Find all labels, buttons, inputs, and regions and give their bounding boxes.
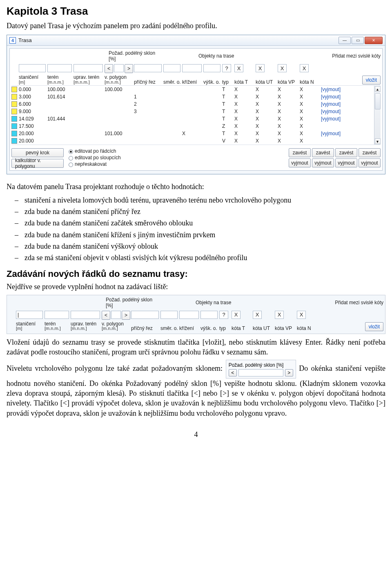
- bullet-item: zda bude na daném staničení výškový oblo…: [15, 241, 385, 251]
- zavest-kT[interactable]: zavést: [289, 148, 311, 157]
- data-grid: ▲ ▼ 0.000100.000100.000TXXXX[vyjmout]3.0…: [11, 85, 381, 145]
- row-color-swatch: [11, 138, 17, 144]
- col-ut: uprav. terén[m.n.m.]: [74, 75, 104, 85]
- sklon-widget: Požad. podélný sklon [%] < >: [226, 360, 296, 379]
- vertical-scrollbar[interactable]: ▲ ▼: [374, 86, 381, 145]
- scroll-thumb[interactable]: [375, 93, 381, 109]
- vo-input-2[interactable]: [200, 311, 218, 319]
- table-row[interactable]: 9.0003TXXXX[vyjmout]: [11, 108, 381, 115]
- zavest-kN[interactable]: zavést: [359, 148, 381, 157]
- insert-button-2[interactable]: vložit: [365, 322, 383, 331]
- col-stan: staničení[m]: [19, 75, 47, 85]
- sklon-prev-button[interactable]: <: [105, 64, 113, 73]
- pevny-krok-button[interactable]: pevný krok: [11, 148, 64, 157]
- kotaUT-check-2[interactable]: X: [253, 311, 262, 319]
- remove-row-link[interactable]: [vyjmout]: [321, 131, 345, 136]
- col-pr: příčný řez: [134, 80, 163, 85]
- teren-input[interactable]: [47, 64, 72, 72]
- page-number: 4: [7, 430, 385, 439]
- kotaN-check[interactable]: X: [300, 64, 309, 72]
- teren-input-2[interactable]: [45, 311, 69, 319]
- col-teren: terén[m.n.m.]: [47, 75, 73, 85]
- bullet-item: zda se má staničení objevit v oblasti sv…: [15, 253, 385, 263]
- kotaT-check[interactable]: X: [234, 64, 243, 72]
- pridat-label: Přidat mezi svislé kóty: [315, 53, 381, 59]
- after-screenshot-intro: Na datovém panelu Trasa projektant rozho…: [7, 182, 385, 192]
- minimize-button[interactable]: —: [339, 37, 351, 44]
- vyjmout-kUT[interactable]: vyjmout: [312, 158, 334, 167]
- intro-paragraph: Datový panel Trasa je výchozím panelem p…: [7, 21, 385, 31]
- ut-input-2[interactable]: [71, 311, 100, 319]
- table-row[interactable]: 17.500ZXXXX: [11, 123, 381, 130]
- stan-input-2[interactable]: [16, 311, 43, 319]
- insert-button[interactable]: vložit: [362, 76, 381, 85]
- stan-input[interactable]: [19, 64, 46, 72]
- sklon-next-button-2[interactable]: >: [122, 311, 130, 320]
- bullet-list: staničení a niveleta lomových bodů terén…: [7, 195, 385, 263]
- q-button[interactable]: ?: [222, 64, 231, 72]
- objekty-label-2: Objekty na trase: [196, 300, 316, 305]
- table-row[interactable]: 0.000100.000100.000TXXXX[vyjmout]: [11, 86, 381, 93]
- sklon-next-button[interactable]: >: [125, 64, 133, 73]
- sklon-widget-prev[interactable]: <: [229, 369, 237, 376]
- remove-row-link[interactable]: [vyjmout]: [321, 94, 345, 100]
- scroll-down-icon[interactable]: ▼: [375, 138, 381, 144]
- app-window-trasa: 4 Trasa — ▭ × Požad. podélný sklon [%] O…: [7, 35, 385, 174]
- table-row[interactable]: 3.000101.6141TXXXX[vyjmout]: [11, 93, 381, 100]
- table-row[interactable]: 6.0002TXXXX[vyjmout]: [11, 100, 381, 108]
- pridat-label-2: Přidat mezi svislé kóty: [318, 300, 383, 305]
- col-kr: křížení: [182, 80, 203, 85]
- row-color-swatch: [11, 131, 17, 136]
- remove-row-link[interactable]: [vyjmout]: [321, 87, 345, 92]
- pr-input-2[interactable]: [131, 311, 159, 319]
- remove-row-link[interactable]: [vyjmout]: [321, 101, 345, 107]
- maximize-button[interactable]: ▭: [352, 37, 364, 44]
- close-button[interactable]: ×: [365, 37, 383, 44]
- kr-input-2[interactable]: [179, 311, 199, 319]
- vyjmout-kT[interactable]: vyjmout: [289, 158, 311, 167]
- table-row[interactable]: 20.000VXXXX: [11, 137, 381, 145]
- kotaVP-check-2[interactable]: X: [275, 311, 284, 319]
- vo-input[interactable]: [203, 64, 220, 72]
- objekty-label: Objekty na trase: [198, 53, 313, 59]
- sklon-prev-button-2[interactable]: <: [102, 311, 110, 320]
- q-button-2[interactable]: ?: [219, 311, 228, 319]
- kotaUT-check[interactable]: X: [256, 64, 265, 72]
- col-kN: kóta N: [300, 80, 314, 85]
- row-color-swatch: [11, 94, 17, 100]
- bullet-item: staničení a niveleta lomových bodů terén…: [15, 195, 385, 205]
- remove-row-link[interactable]: [vyjmout]: [321, 116, 345, 122]
- sklon-input[interactable]: [114, 64, 124, 72]
- titlebar: 4 Trasa — ▭ ×: [7, 35, 385, 46]
- so-input-2[interactable]: [160, 311, 178, 319]
- scroll-up-icon[interactable]: ▲: [375, 86, 381, 92]
- vyjmout-kVP[interactable]: vyjmout: [335, 158, 357, 167]
- col-kT: kóta T: [234, 80, 255, 85]
- radio-radky[interactable]: editovat po řádcích: [69, 148, 121, 154]
- section2-lead: Nejdříve se provede vyplnění hodnot na z…: [7, 282, 385, 292]
- kr-input[interactable]: [182, 64, 202, 72]
- kotaN-check-2[interactable]: X: [297, 311, 306, 319]
- zavest-kVP[interactable]: zavést: [335, 148, 357, 157]
- vyjmout-kN[interactable]: vyjmout: [359, 158, 381, 167]
- radio-sloupce[interactable]: editovat po sloupcích: [69, 155, 121, 160]
- col-vo: výšk. o.: [203, 80, 221, 85]
- sklon-input-2[interactable]: [111, 311, 121, 319]
- so-input[interactable]: [163, 64, 180, 72]
- bullet-item: zda bude na daném staničení příčný řez: [15, 207, 385, 216]
- row-color-swatch: [11, 101, 17, 107]
- table-row[interactable]: 20.000101.000XTXXXX[vyjmout]: [11, 130, 381, 137]
- table-row[interactable]: 14.029101.444TXXXX[vyjmout]: [11, 115, 381, 123]
- kalkulator-button[interactable]: kalkulátor v. polygonu: [11, 159, 64, 168]
- ut-input[interactable]: [74, 64, 103, 72]
- radio-nepreskakovat[interactable]: nepřeskakovat: [69, 161, 121, 167]
- sklon-widget-next[interactable]: >: [285, 369, 293, 376]
- row-color-swatch: [11, 123, 17, 129]
- col-kUT: kóta UT: [256, 80, 277, 85]
- kotaVP-check[interactable]: X: [278, 64, 287, 72]
- sklon-widget-input[interactable]: [238, 369, 283, 376]
- zavest-kUT[interactable]: zavést: [312, 148, 334, 157]
- kotaT-check-2[interactable]: X: [232, 311, 241, 319]
- pr-input[interactable]: [134, 64, 162, 72]
- remove-row-link[interactable]: [vyjmout]: [321, 109, 345, 114]
